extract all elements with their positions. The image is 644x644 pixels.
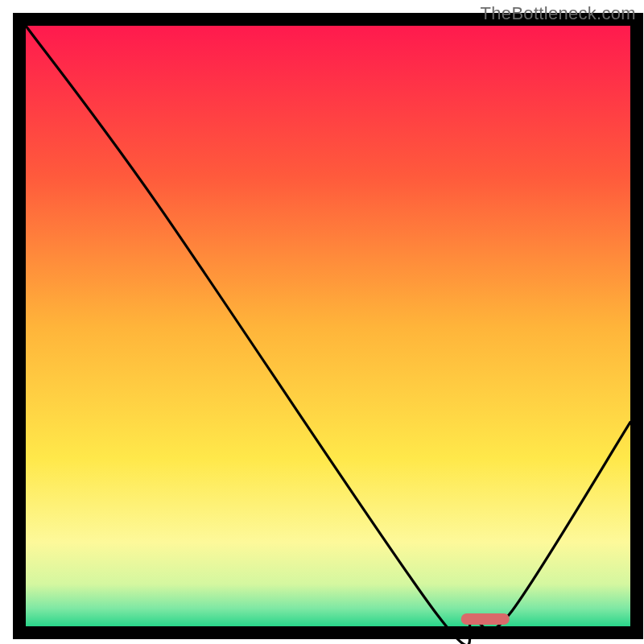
optimal-marker xyxy=(461,613,510,625)
watermark-text: TheBottleneck.com xyxy=(481,3,636,24)
frame-left xyxy=(13,13,26,631)
frame-right xyxy=(630,13,643,631)
chart-stage: TheBottleneck.com xyxy=(0,0,644,644)
plot-background xyxy=(26,26,630,626)
bottleneck-chart-svg xyxy=(0,0,644,644)
frame-bottom xyxy=(13,626,643,639)
